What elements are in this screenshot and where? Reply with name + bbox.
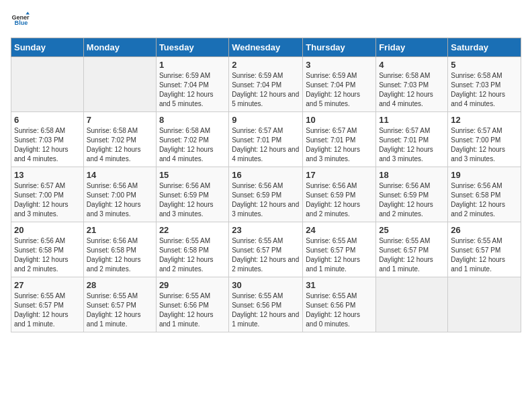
day-number: 24 [306,225,373,235]
calendar-cell: 21Sunrise: 6:56 AM Sunset: 6:58 PM Dayli… [83,222,156,277]
weekday-header: Thursday [303,38,376,57]
logo-icon: General Blue [11,11,30,30]
day-number: 23 [232,225,300,235]
day-info: Sunrise: 6:56 AM Sunset: 6:59 PM Dayligh… [159,181,226,219]
weekday-header: Sunday [11,38,84,57]
day-number: 22 [159,225,226,235]
day-number: 31 [306,280,373,290]
day-number: 17 [306,170,373,180]
day-info: Sunrise: 6:56 AM Sunset: 6:59 PM Dayligh… [232,181,300,219]
day-number: 19 [451,170,518,180]
day-number: 11 [379,115,445,125]
calendar-cell: 14Sunrise: 6:56 AM Sunset: 7:00 PM Dayli… [83,167,156,222]
day-info: Sunrise: 6:59 AM Sunset: 7:04 PM Dayligh… [232,71,300,109]
day-info: Sunrise: 6:56 AM Sunset: 6:58 PM Dayligh… [451,181,518,219]
calendar-cell: 24Sunrise: 6:55 AM Sunset: 6:57 PM Dayli… [303,222,376,277]
day-info: Sunrise: 6:57 AM Sunset: 7:01 PM Dayligh… [306,126,373,164]
day-number: 13 [14,170,81,180]
day-number: 10 [306,115,373,125]
calendar-cell: 8Sunrise: 6:58 AM Sunset: 7:02 PM Daylig… [156,112,228,167]
calendar-cell: 22Sunrise: 6:55 AM Sunset: 6:58 PM Dayli… [156,222,228,277]
day-info: Sunrise: 6:55 AM Sunset: 6:57 PM Dayligh… [306,236,373,274]
calendar-cell: 30Sunrise: 6:55 AM Sunset: 6:56 PM Dayli… [229,277,303,332]
day-info: Sunrise: 6:56 AM Sunset: 6:58 PM Dayligh… [14,236,81,274]
day-number: 8 [159,115,226,125]
day-number: 27 [14,280,81,290]
day-number: 5 [451,60,518,70]
day-info: Sunrise: 6:57 AM Sunset: 7:01 PM Dayligh… [379,126,445,164]
day-info: Sunrise: 6:55 AM Sunset: 6:56 PM Dayligh… [159,291,226,329]
calendar-cell: 28Sunrise: 6:55 AM Sunset: 6:57 PM Dayli… [83,277,156,332]
day-number: 9 [232,115,300,125]
calendar-cell: 29Sunrise: 6:55 AM Sunset: 6:56 PM Dayli… [156,277,228,332]
day-number: 26 [451,225,518,235]
day-number: 28 [87,280,153,290]
calendar-cell: 7Sunrise: 6:58 AM Sunset: 7:02 PM Daylig… [83,112,156,167]
calendar-cell: 10Sunrise: 6:57 AM Sunset: 7:01 PM Dayli… [303,112,376,167]
day-number: 29 [159,280,226,290]
svg-text:Blue: Blue [15,19,28,26]
calendar-cell: 15Sunrise: 6:56 AM Sunset: 6:59 PM Dayli… [156,167,228,222]
calendar-cell: 25Sunrise: 6:55 AM Sunset: 6:57 PM Dayli… [376,222,448,277]
day-info: Sunrise: 6:55 AM Sunset: 6:57 PM Dayligh… [14,291,81,329]
day-info: Sunrise: 6:59 AM Sunset: 7:04 PM Dayligh… [159,71,226,109]
day-info: Sunrise: 6:55 AM Sunset: 6:56 PM Dayligh… [306,291,373,329]
calendar-cell: 17Sunrise: 6:56 AM Sunset: 6:59 PM Dayli… [303,167,376,222]
day-info: Sunrise: 6:58 AM Sunset: 7:02 PM Dayligh… [159,126,226,164]
calendar-cell: 26Sunrise: 6:55 AM Sunset: 6:57 PM Dayli… [448,222,521,277]
calendar-cell [11,57,84,112]
day-info: Sunrise: 6:56 AM Sunset: 7:00 PM Dayligh… [87,181,153,219]
calendar-cell: 18Sunrise: 6:56 AM Sunset: 6:59 PM Dayli… [376,167,448,222]
day-info: Sunrise: 6:55 AM Sunset: 6:58 PM Dayligh… [159,236,226,274]
day-info: Sunrise: 6:55 AM Sunset: 6:56 PM Dayligh… [232,291,300,329]
weekday-header: Monday [83,38,156,57]
day-info: Sunrise: 6:57 AM Sunset: 7:00 PM Dayligh… [451,126,518,164]
calendar-cell [376,277,448,332]
day-number: 30 [232,280,300,290]
day-info: Sunrise: 6:57 AM Sunset: 7:00 PM Dayligh… [14,181,81,219]
calendar-cell: 19Sunrise: 6:56 AM Sunset: 6:58 PM Dayli… [448,167,521,222]
calendar-cell: 3Sunrise: 6:59 AM Sunset: 7:04 PM Daylig… [303,57,376,112]
day-number: 21 [87,225,153,235]
calendar-cell [448,277,521,332]
day-info: Sunrise: 6:55 AM Sunset: 6:57 PM Dayligh… [87,291,153,329]
day-info: Sunrise: 6:57 AM Sunset: 7:01 PM Dayligh… [232,126,300,164]
day-number: 1 [159,60,226,70]
calendar-cell: 23Sunrise: 6:55 AM Sunset: 6:57 PM Dayli… [229,222,303,277]
logo: General Blue [11,11,32,30]
day-info: Sunrise: 6:56 AM Sunset: 6:59 PM Dayligh… [306,181,373,219]
day-number: 18 [379,170,445,180]
day-number: 16 [232,170,300,180]
calendar-cell: 5Sunrise: 6:58 AM Sunset: 7:03 PM Daylig… [448,57,521,112]
day-number: 6 [14,115,81,125]
weekday-header: Tuesday [156,38,228,57]
calendar-cell [83,57,156,112]
day-number: 12 [451,115,518,125]
day-info: Sunrise: 6:55 AM Sunset: 6:57 PM Dayligh… [379,236,445,274]
day-info: Sunrise: 6:55 AM Sunset: 6:57 PM Dayligh… [232,236,300,274]
weekday-header: Wednesday [229,38,303,57]
calendar-cell: 16Sunrise: 6:56 AM Sunset: 6:59 PM Dayli… [229,167,303,222]
day-number: 3 [306,60,373,70]
day-number: 14 [87,170,153,180]
calendar-cell: 9Sunrise: 6:57 AM Sunset: 7:01 PM Daylig… [229,112,303,167]
header: General Blue [11,11,521,30]
day-info: Sunrise: 6:59 AM Sunset: 7:04 PM Dayligh… [306,71,373,109]
weekday-header: Friday [376,38,448,57]
day-info: Sunrise: 6:55 AM Sunset: 6:57 PM Dayligh… [451,236,518,274]
day-info: Sunrise: 6:58 AM Sunset: 7:03 PM Dayligh… [379,71,445,109]
day-info: Sunrise: 6:56 AM Sunset: 6:58 PM Dayligh… [87,236,153,274]
calendar-cell: 12Sunrise: 6:57 AM Sunset: 7:00 PM Dayli… [448,112,521,167]
calendar-cell: 31Sunrise: 6:55 AM Sunset: 6:56 PM Dayli… [303,277,376,332]
day-info: Sunrise: 6:56 AM Sunset: 6:59 PM Dayligh… [379,181,445,219]
calendar-table: SundayMondayTuesdayWednesdayThursdayFrid… [11,38,521,332]
day-number: 7 [87,115,153,125]
calendar-cell: 6Sunrise: 6:58 AM Sunset: 7:03 PM Daylig… [11,112,84,167]
day-number: 2 [232,60,300,70]
day-info: Sunrise: 6:58 AM Sunset: 7:03 PM Dayligh… [451,71,518,109]
day-number: 4 [379,60,445,70]
weekday-header: Saturday [448,38,521,57]
day-number: 20 [14,225,81,235]
calendar-cell: 13Sunrise: 6:57 AM Sunset: 7:00 PM Dayli… [11,167,84,222]
day-info: Sunrise: 6:58 AM Sunset: 7:02 PM Dayligh… [87,126,153,164]
